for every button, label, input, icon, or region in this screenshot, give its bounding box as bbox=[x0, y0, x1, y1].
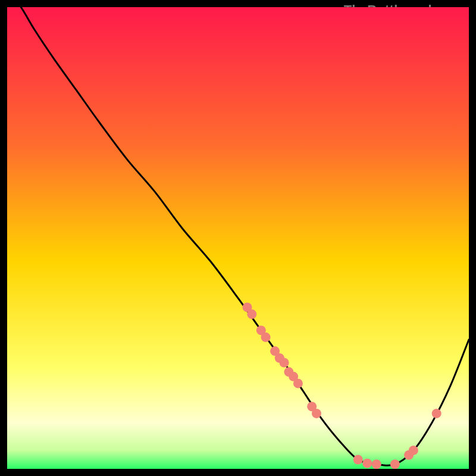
data-point bbox=[362, 459, 372, 468]
data-point bbox=[293, 378, 303, 388]
gradient-background bbox=[7, 7, 469, 469]
data-point bbox=[409, 446, 418, 455]
data-point bbox=[280, 358, 289, 368]
data-point bbox=[390, 459, 400, 469]
bottleneck-chart bbox=[7, 7, 469, 469]
chart-container bbox=[7, 7, 469, 469]
data-point bbox=[247, 309, 256, 319]
data-point bbox=[312, 409, 321, 418]
data-point bbox=[261, 333, 271, 342]
data-point bbox=[432, 409, 441, 418]
data-point bbox=[372, 459, 381, 469]
data-point bbox=[353, 455, 363, 464]
